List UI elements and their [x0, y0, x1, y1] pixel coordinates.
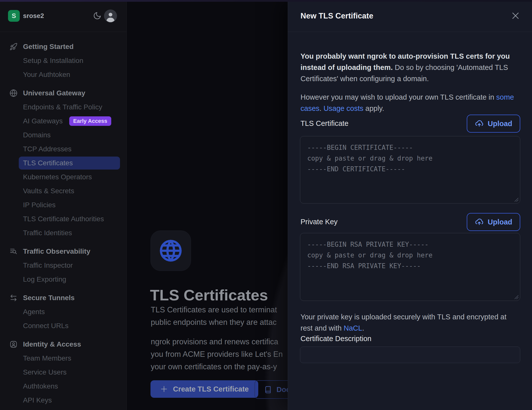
sidebar-item-ssh-public-keys[interactable]: SSH Public Keys [0, 407, 126, 410]
top-accent-bar [0, 0, 532, 2]
sidebar-item-ip-policies[interactable]: IP Policies [0, 198, 126, 212]
sidebar-section: Secure TunnelsAgentsConnect URLs [0, 291, 126, 333]
resize-handle[interactable] [514, 197, 519, 202]
sidebar-nav: Getting StartedSetup & InstallationYour … [0, 32, 126, 410]
sidebar-item-traffic-inspector[interactable]: Traffic Inspector [0, 258, 126, 272]
plus-icon [160, 385, 168, 393]
upload-private-key-button[interactable]: Upload [467, 213, 520, 231]
cloud-upload-icon [475, 217, 484, 226]
sidebar-item-endpoints-traffic-policy[interactable]: Endpoints & Traffic Policy [0, 100, 126, 114]
auto-provision-note: You probably want ngrok to auto-provisio… [300, 51, 514, 84]
sidebar: S srose2 Getting StartedSetup & Installa… [0, 0, 127, 410]
close-icon[interactable] [511, 11, 520, 20]
drawer-header: New TLS Certificate [288, 0, 532, 32]
sidebar-section: Universal GatewayEndpoints & Traffic Pol… [0, 86, 126, 240]
cloud-upload-icon [475, 119, 484, 128]
sidebar-item-authtokens[interactable]: Authtokens [0, 379, 126, 393]
early-access-badge: Early Access [69, 116, 111, 126]
page-description-1: TLS Certificates are used to terminat pu… [151, 304, 277, 329]
sidebar-item-kubernetes-operators[interactable]: Kubernetes Operators [0, 170, 126, 184]
list-search-icon [10, 247, 18, 255]
sidebar-section-universal-gateway[interactable]: Universal Gateway [0, 86, 126, 100]
user-avatar[interactable] [104, 9, 117, 22]
sidebar-item-vaults-secrets[interactable]: Vaults & Secrets [0, 184, 126, 198]
book-icon [264, 386, 272, 394]
new-tls-certificate-drawer: New TLS Certificate You probably want ng… [288, 0, 532, 410]
user-badge-icon [10, 340, 18, 348]
sidebar-header: S srose2 [0, 0, 126, 32]
private-key-security-note: Your private key is uploaded securely wi… [300, 311, 514, 334]
sidebar-item-ai-gateways[interactable]: AI GatewaysEarly Access [0, 114, 126, 128]
sidebar-section-identity-access[interactable]: Identity & Access [0, 337, 126, 351]
tls-certificate-label: TLS Certificate [300, 119, 348, 128]
sidebar-item-agents[interactable]: Agents [0, 305, 126, 319]
upload-own-cert-note: However you may wish to upload your own … [300, 92, 514, 114]
sidebar-section-getting-started[interactable]: Getting Started [0, 40, 126, 54]
globe-icon [10, 89, 18, 97]
sidebar-item-traffic-identities[interactable]: Traffic Identities [0, 226, 126, 240]
sidebar-section-traffic-observability[interactable]: Traffic Observability [0, 244, 126, 258]
sidebar-item-team-members[interactable]: Team Members [0, 351, 126, 365]
page-description-2: ngrok provisions and renews certifica yo… [151, 336, 283, 373]
sidebar-item-setup-installation[interactable]: Setup & Installation [0, 54, 126, 68]
arrows-swap-icon [10, 294, 18, 302]
page-title: TLS Certificates [150, 286, 268, 304]
sidebar-item-tls-certificates[interactable]: TLS Certificates [0, 156, 126, 170]
resize-handle[interactable] [514, 294, 519, 299]
nacl-link[interactable]: NaCL [344, 324, 362, 332]
app-root: S srose2 Getting StartedSetup & Installa… [0, 0, 532, 410]
account-initial: S [12, 12, 16, 20]
upload-certificate-button[interactable]: Upload [467, 115, 520, 133]
certificate-description-label: Certificate Description [300, 335, 372, 343]
drawer-title: New TLS Certificate [300, 0, 373, 32]
usage-costs-link[interactable]: Usage costs [324, 104, 364, 112]
sidebar-item-connect-urls[interactable]: Connect URLs [0, 319, 126, 333]
globe-icon [158, 238, 183, 263]
sidebar-item-tcp-addresses[interactable]: TCP Addresses [0, 142, 126, 156]
sidebar-item-service-users[interactable]: Service Users [0, 365, 126, 379]
private-key-textarea[interactable] [300, 233, 520, 301]
sidebar-section: Traffic ObservabilityTraffic InspectorLo… [0, 244, 126, 286]
theme-toggle-moon-icon[interactable] [93, 11, 102, 20]
sidebar-item-api-keys[interactable]: API Keys [0, 393, 126, 407]
sidebar-section: Identity & AccessTeam MembersService Use… [0, 337, 126, 410]
sidebar-item-tls-certificate-authorities[interactable]: TLS Certificate Authorities [0, 212, 126, 226]
sidebar-item-log-exporting[interactable]: Log Exporting [0, 272, 126, 286]
sidebar-item-domains[interactable]: Domains [0, 128, 126, 142]
certificate-description-input[interactable] [300, 347, 520, 363]
account-name: srose2 [23, 0, 44, 32]
account-avatar-chip[interactable]: S [8, 10, 20, 22]
sidebar-item-your-authtoken[interactable]: Your Authtoken [0, 68, 126, 82]
tls-certificate-textarea[interactable] [300, 136, 520, 204]
private-key-label: Private Key [300, 218, 338, 226]
sidebar-section: Getting StartedSetup & InstallationYour … [0, 40, 126, 82]
create-tls-certificate-button[interactable]: Create TLS Certificate [150, 380, 258, 398]
sidebar-section-secure-tunnels[interactable]: Secure Tunnels [0, 291, 126, 305]
tls-globe-tile [150, 230, 191, 271]
rocket-icon [10, 43, 18, 51]
